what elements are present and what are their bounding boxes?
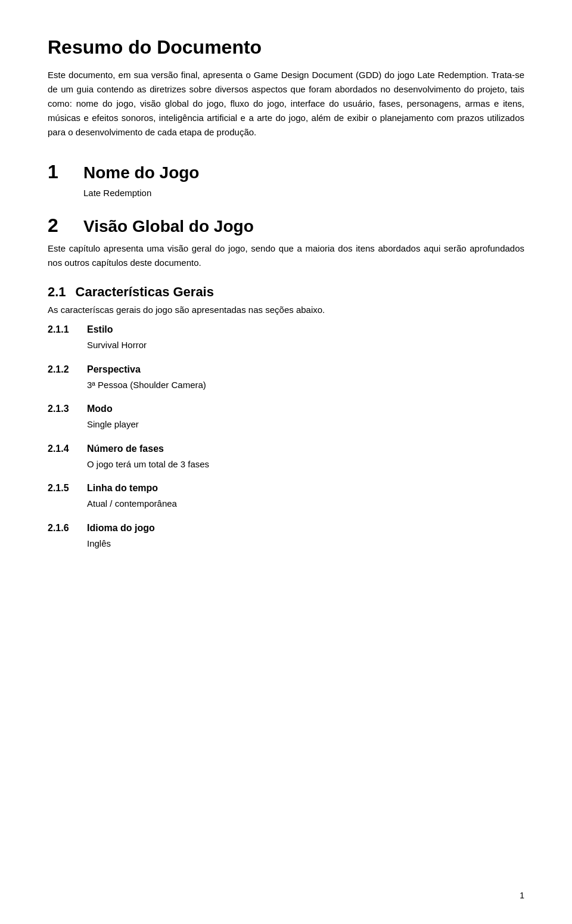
subsection-item-number: 2.1.4 bbox=[48, 444, 77, 454]
section-1-number: 1 bbox=[48, 161, 72, 183]
subsection-item: 2.1.1EstiloSurvival Horror bbox=[48, 324, 524, 352]
page-container: Resumo do Documento Este documento, em s… bbox=[0, 0, 572, 924]
document-title: Resumo do Documento bbox=[48, 36, 524, 58]
section-1-title: Nome do Jogo bbox=[83, 163, 199, 182]
subsection-item-header: 2.1.4Número de fases bbox=[48, 444, 524, 454]
subsection-item-title: Número de fases bbox=[87, 444, 164, 454]
intro-paragraph: Este documento, em sua versão final, apr… bbox=[48, 68, 524, 139]
section-2: 2 Visão Global do Jogo Este capítulo apr… bbox=[48, 215, 524, 550]
section-2-title: Visão Global do Jogo bbox=[83, 217, 254, 236]
subsection-item-number: 2.1.1 bbox=[48, 324, 77, 335]
section-2-header: 2 Visão Global do Jogo bbox=[48, 215, 524, 237]
subsection-item: 2.1.3ModoSingle player bbox=[48, 404, 524, 432]
section-2-intro: Este capítulo apresenta uma visão geral … bbox=[48, 241, 524, 270]
subsection-item: 2.1.6Idioma do jogoInglês bbox=[48, 523, 524, 551]
section-1-value: Late Redemption bbox=[83, 188, 524, 198]
subsection-item-header: 2.1.1Estilo bbox=[48, 324, 524, 335]
subsection-item-header: 2.1.6Idioma do jogo bbox=[48, 523, 524, 534]
section-1: 1 Nome do Jogo Late Redemption bbox=[48, 161, 524, 198]
section-2-number: 2 bbox=[48, 215, 72, 237]
subsection-items-container: 2.1.1EstiloSurvival Horror2.1.2Perspecti… bbox=[48, 324, 524, 550]
subsection-item: 2.1.4Número de fasesO jogo terá um total… bbox=[48, 444, 524, 472]
subsection-item-title: Linha do tempo bbox=[87, 483, 158, 494]
subsection-item-number: 2.1.2 bbox=[48, 364, 77, 375]
subsection-item-title: Modo bbox=[87, 404, 113, 414]
subsection-item-value: 3ª Pessoa (Shoulder Camera) bbox=[87, 379, 524, 392]
subsection-item-number: 2.1.5 bbox=[48, 483, 77, 494]
subsection-item: 2.1.2Perspectiva3ª Pessoa (Shoulder Came… bbox=[48, 364, 524, 392]
subsection-item-title: Idioma do jogo bbox=[87, 523, 155, 534]
subsection-item-value: O jogo terá um total de 3 fases bbox=[87, 458, 524, 472]
subsection-item-value: Survival Horror bbox=[87, 339, 524, 352]
subsection-item-number: 2.1.6 bbox=[48, 523, 77, 534]
section-2-1: 2.1 Características Gerais As caracterís… bbox=[48, 284, 524, 550]
section-2-1-title: Características Gerais bbox=[76, 284, 214, 300]
section-2-1-desc: As caracteríscas gerais do jogo são apre… bbox=[48, 305, 524, 315]
section-2-1-header: 2.1 Características Gerais bbox=[48, 284, 524, 300]
subsection-item: 2.1.5Linha do tempoAtual / contemporânea bbox=[48, 483, 524, 511]
subsection-item-header: 2.1.5Linha do tempo bbox=[48, 483, 524, 494]
subsection-item-value: Inglês bbox=[87, 537, 524, 551]
subsection-item-value: Atual / contemporânea bbox=[87, 497, 524, 511]
subsection-item-title: Perspectiva bbox=[87, 364, 141, 375]
subsection-item-number: 2.1.3 bbox=[48, 404, 77, 414]
section-1-header: 1 Nome do Jogo bbox=[48, 161, 524, 183]
subsection-item-header: 2.1.2Perspectiva bbox=[48, 364, 524, 375]
subsection-item-title: Estilo bbox=[87, 324, 113, 335]
section-2-1-number: 2.1 bbox=[48, 284, 66, 300]
subsection-item-header: 2.1.3Modo bbox=[48, 404, 524, 414]
page-number: 1 bbox=[520, 891, 524, 900]
subsection-item-value: Single player bbox=[87, 418, 524, 432]
